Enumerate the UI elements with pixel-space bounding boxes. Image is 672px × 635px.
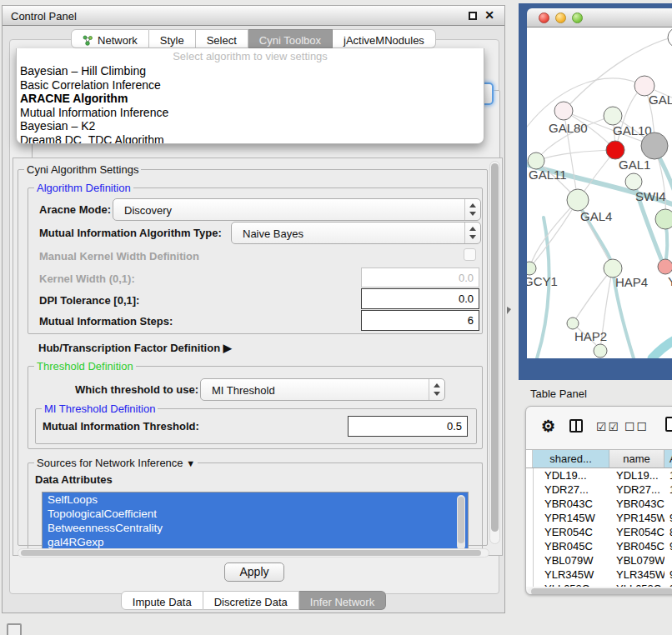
table-row[interactable]: YDL19...YDL19...13 (526, 468, 672, 482)
manual-kernel-checkbox[interactable] (464, 248, 476, 261)
kernel-width-field[interactable] (361, 268, 479, 288)
dropdown-items: Bayesian – Hill ClimbingBasic Correlatio… (17, 64, 484, 144)
tab-cyni-toolbox[interactable]: Cyni Toolbox (248, 29, 333, 48)
tab-impute-data[interactable]: Impute Data (121, 591, 203, 610)
scrollbar-thumb[interactable] (491, 163, 499, 532)
data-attributes-label: Data Attributes (35, 473, 113, 486)
table-row[interactable]: YPR145WYPR145W9. (526, 511, 672, 525)
attribute-list-item[interactable]: TopologicalCoefficient (43, 507, 468, 521)
network-node[interactable] (554, 102, 573, 120)
column-header-name[interactable]: name (609, 450, 664, 468)
network-node[interactable] (658, 259, 672, 274)
network-node[interactable] (567, 318, 579, 329)
table-row[interactable]: YLL052CYLL052C9. (526, 582, 672, 587)
float-panel-icon[interactable] (469, 12, 477, 20)
mi-type-combo[interactable]: Naive Bayes (231, 222, 481, 244)
tab-style-label: Style (160, 34, 184, 47)
sources-group-title[interactable]: Sources for Network Inference ▼ (34, 457, 198, 469)
aracne-mode-combo[interactable]: Discovery (113, 198, 481, 221)
table-row[interactable]: YBR043CYBR043C (526, 497, 672, 511)
tab-network[interactable]: Network (71, 29, 149, 48)
table-cell: YER054C (533, 525, 609, 539)
network-node[interactable] (567, 189, 589, 211)
columns-icon[interactable] (569, 419, 583, 432)
apply-button[interactable]: Apply (224, 562, 284, 582)
hub-definition-toggle[interactable]: Hub/Transcription Factor Definition ▶ (38, 342, 232, 354)
attribute-list[interactable]: SelfLoopsTopologicalCoefficientBetweenne… (42, 492, 469, 555)
new-table-icon[interactable] (665, 417, 672, 432)
settings-vertical-scrollbar[interactable] (489, 161, 500, 544)
table-row[interactable]: YBR045CYBR045C9. (526, 539, 672, 553)
network-node[interactable] (625, 173, 642, 190)
network-node[interactable] (668, 28, 672, 48)
dropdown-item[interactable]: Bayesian – Hill Climbing (17, 64, 484, 78)
dropdown-item[interactable]: Bayesian – K2 (17, 119, 484, 133)
close-window-icon[interactable] (539, 12, 549, 23)
attribute-list-scrollbar[interactable] (457, 495, 465, 550)
table-row[interactable]: YLR345WYLR345W9. (526, 568, 672, 582)
dropdown-item[interactable]: Basic Correlation Inference (17, 78, 484, 92)
collapse-arrow-icon: ▼ (186, 458, 195, 468)
tab-jactivemnodules-label: jActiveMNodules (344, 34, 424, 47)
table-row[interactable]: YDR27...YDR27...12 (526, 482, 672, 497)
column-header-shared-name[interactable]: shared... (533, 450, 609, 468)
scrollbar-thumb[interactable] (531, 588, 672, 595)
select-all-columns-icon[interactable]: ☑☑ (596, 420, 620, 433)
table-panel-title: Table Panel (530, 388, 587, 400)
mi-steps-field[interactable] (361, 310, 479, 331)
table-row[interactable]: YER054CYER054C8. (526, 525, 672, 539)
table-cell: 9. (664, 511, 672, 525)
minimized-window-icon[interactable] (7, 623, 22, 635)
network-node-label: GAL80 (549, 121, 588, 135)
network-node[interactable] (641, 132, 668, 159)
attribute-list-item[interactable]: SelfLoops (43, 492, 468, 507)
table-horizontal-scrollbar[interactable] (528, 588, 672, 595)
mouse-cursor (507, 307, 511, 314)
attribute-list-item[interactable]: gal4RGexp (43, 535, 468, 549)
aracne-mode-label: Aracne Mode: (39, 203, 111, 216)
cyni-algorithm-settings-group: Cyni Algorithm Settings Algorithm Defini… (18, 169, 488, 546)
which-threshold-combo[interactable]: MI Threshold (200, 378, 445, 401)
dpi-tolerance-field[interactable] (361, 288, 479, 309)
minimize-window-icon[interactable] (555, 12, 566, 23)
combo-arrows-icon (429, 379, 444, 400)
dropdown-item[interactable]: Dream8 DC_TDC Algorithm (17, 133, 484, 145)
tab-discretize-data[interactable]: Discretize Data (203, 591, 299, 610)
table-cell: YBR043C (533, 497, 609, 511)
deselect-all-columns-icon[interactable]: ☐☐ (624, 420, 649, 433)
scrollbar-thumb[interactable] (458, 497, 464, 543)
network-svg[interactable]: GALGAL80GAL10GAL1GAL11SWI4GAL4GCY1HAP4YH… (527, 28, 672, 358)
settings-horizontal-scrollbar[interactable] (18, 548, 489, 558)
algorithm-definition-title: Algorithm Definition (34, 182, 133, 194)
network-node[interactable] (528, 152, 544, 169)
combo-arrows-icon (464, 222, 480, 243)
tab-infer-network[interactable]: Infer Network (299, 591, 386, 610)
network-node[interactable] (527, 262, 536, 275)
network-node-label: HAP2 (574, 329, 607, 343)
table-cell: YDR27... (533, 482, 609, 497)
tab-style[interactable]: Style (149, 29, 196, 48)
network-window-titlebar[interactable] (527, 8, 672, 28)
attribute-list-item[interactable]: BetweennessCentrality (43, 521, 468, 535)
dropdown-item[interactable]: ARACNE Algorithm (17, 92, 484, 106)
zoom-window-icon[interactable] (572, 12, 583, 23)
tab-select[interactable]: Select (196, 29, 248, 48)
network-node[interactable] (655, 209, 672, 229)
close-panel-icon[interactable]: ✕ (484, 8, 494, 22)
network-node-label: HAP4 (615, 275, 648, 289)
table-row[interactable]: YBL079WYBL079W (526, 553, 672, 568)
network-node[interactable] (594, 344, 607, 358)
dropdown-item[interactable]: Mutual Information Inference (17, 106, 484, 120)
scrollbar-thumb[interactable] (21, 550, 481, 556)
table-cell: 13 (664, 468, 672, 482)
network-node[interactable] (604, 107, 622, 125)
gear-icon[interactable]: ⚙ (541, 417, 555, 436)
tab-jactivemnodules[interactable]: jActiveMNodules (333, 29, 436, 48)
network-node-label: GAL1 (619, 158, 650, 172)
mi-type-value: Naive Bayes (243, 228, 303, 240)
mi-threshold-field[interactable] (348, 416, 468, 437)
aracne-mode-value: Discovery (124, 204, 172, 217)
network-view[interactable]: GALGAL80GAL10GAL1GAL11SWI4GAL4GCY1HAP4YH… (527, 28, 672, 358)
column-header-partial[interactable]: A (664, 450, 672, 468)
network-node[interactable] (606, 141, 624, 159)
